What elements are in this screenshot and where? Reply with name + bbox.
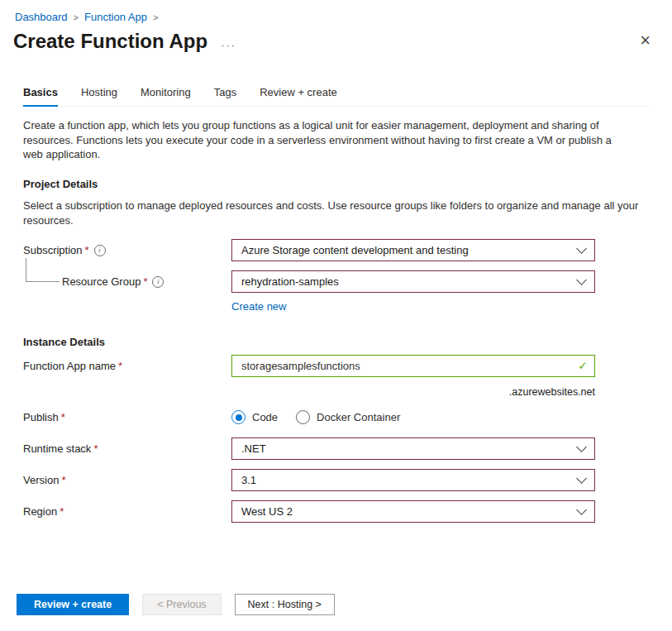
radio-code-label: Code [252,411,278,423]
more-menu-button[interactable]: ··· [221,39,236,51]
subscription-row: Subscription * i Azure Storage content d… [23,239,672,261]
close-button[interactable]: × [640,31,651,50]
resource-group-row: Resource Group * i rehydration-samples [23,270,672,293]
region-dropdown[interactable]: West US 2 [231,500,595,523]
chevron-down-icon [576,473,587,484]
runtime-stack-label-text: Runtime stack [23,442,91,455]
tab-hosting[interactable]: Hosting [81,86,117,106]
function-app-name-label-text: Function App name [23,360,116,372]
runtime-stack-value: .NET [241,442,266,455]
info-icon[interactable]: i [152,276,164,288]
basics-form: Subscription * i Azure Storage content d… [23,239,672,523]
function-app-name-input[interactable] [231,355,595,377]
resource-group-dropdown[interactable]: rehydration-samples [231,270,595,293]
page-header: Create Function App ··· × [0,23,672,53]
intro-text: Create a function app, which lets you gr… [23,118,612,162]
subscription-value: Azure Storage content development and te… [241,244,469,256]
create-new-link[interactable]: Create new [231,300,286,313]
resource-group-label-text: Resource Group [62,275,141,288]
publish-row: Publish * Code Docker Container [23,410,672,424]
footer-action-bar: Review + create < Previous Next : Hostin… [17,594,335,615]
required-asterisk: * [60,505,64,518]
publish-label: Publish * [23,411,231,423]
tab-review-create[interactable]: Review + create [260,86,337,106]
breadcrumb-separator: > [74,12,79,22]
function-app-name-row: Function App name * ✓ [23,355,672,377]
next-hosting-button[interactable]: Next : Hosting > [235,594,335,615]
radio-docker-container[interactable]: Docker Container [296,410,400,424]
section-heading-instance-details: Instance Details [23,336,649,348]
breadcrumb-separator: > [153,12,158,22]
version-label-text: Version [23,474,59,486]
breadcrumb: Dashboard > Function App > [0,0,672,23]
function-app-name-label: Function App name * [23,360,231,372]
chevron-down-icon [576,442,587,452]
publish-radio-group: Code Docker Container [231,410,595,424]
tree-connector [26,258,60,282]
required-asterisk: * [118,360,122,372]
runtime-stack-label: Runtime stack * [23,442,231,455]
region-label-text: Region [23,505,57,518]
chevron-down-icon [576,275,587,285]
radio-unselected-icon [296,410,310,424]
chevron-down-icon [576,504,587,515]
chevron-down-icon [576,243,587,254]
domain-suffix: .azurewebsites.net [231,386,595,398]
tab-bar: Basics Hosting Monitoring Tags Review + … [23,86,649,107]
subscription-label-text: Subscription [23,244,83,256]
version-value: 3.1 [241,474,256,486]
version-dropdown[interactable]: 3.1 [231,469,595,491]
create-new-row: Create new [231,300,672,313]
required-asterisk: * [61,474,65,486]
section-heading-project-details: Project Details [23,178,649,190]
runtime-stack-dropdown[interactable]: .NET [231,437,595,460]
tab-tags[interactable]: Tags [214,86,236,106]
review-create-button[interactable]: Review + create [17,594,129,615]
version-row: Version * 3.1 [23,469,672,491]
resource-group-value: rehydration-samples [241,275,339,288]
publish-label-text: Publish [23,411,59,423]
page-title: Create Function App [13,30,207,53]
project-details-description: Select a subscription to manage deployed… [23,198,645,227]
region-label: Region * [23,505,231,518]
breadcrumb-link-function-app[interactable]: Function App [84,11,147,23]
required-asterisk: * [61,411,65,423]
radio-docker-label: Docker Container [317,411,400,423]
required-asterisk: * [85,244,89,256]
radio-code[interactable]: Code [231,410,278,424]
radio-selected-icon [231,410,245,424]
breadcrumb-link-dashboard[interactable]: Dashboard [15,11,68,23]
close-icon: × [640,30,651,50]
previous-button[interactable]: < Previous [142,594,221,615]
info-icon[interactable]: i [94,245,106,256]
valid-check-icon: ✓ [578,359,588,372]
ellipsis-icon: ··· [221,39,236,51]
runtime-stack-row: Runtime stack * .NET [23,437,672,460]
required-asterisk: * [93,442,98,455]
subscription-label: Subscription * i [23,244,231,256]
tab-basics[interactable]: Basics [23,86,58,107]
version-label: Version * [23,474,231,486]
region-value: West US 2 [241,505,293,518]
tab-monitoring[interactable]: Monitoring [141,86,191,106]
required-asterisk: * [143,275,147,288]
region-row: Region * West US 2 [23,500,672,523]
subscription-dropdown[interactable]: Azure Storage content development and te… [231,239,595,261]
